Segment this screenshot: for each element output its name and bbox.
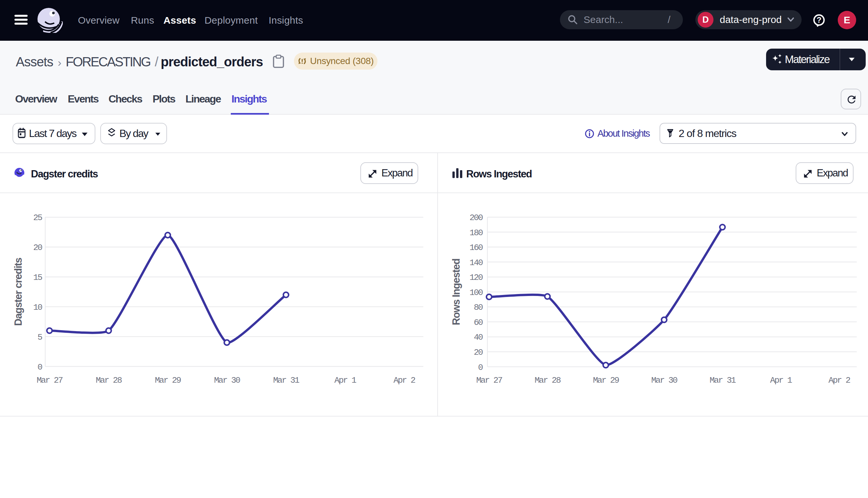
svg-text:0: 0 — [478, 363, 483, 372]
svg-text:Mar 30: Mar 30 — [651, 376, 677, 385]
svg-text:Mar 31: Mar 31 — [710, 376, 736, 385]
svg-text:15: 15 — [33, 273, 42, 283]
svg-text:160: 160 — [470, 243, 483, 253]
svg-text:100: 100 — [470, 288, 483, 298]
svg-text:Rows Ingested: Rows Ingested — [450, 259, 462, 326]
svg-text:Mar 30: Mar 30 — [214, 376, 240, 385]
svg-text:Apr 2: Apr 2 — [394, 376, 415, 385]
svg-text:20: 20 — [33, 243, 42, 253]
svg-text:40: 40 — [474, 332, 483, 342]
svg-text:Dagster credits: Dagster credits — [13, 258, 24, 326]
svg-text:Apr 1: Apr 1 — [334, 376, 356, 385]
svg-text:20: 20 — [474, 348, 483, 357]
svg-text:200: 200 — [470, 213, 483, 223]
svg-text:120: 120 — [470, 273, 483, 283]
svg-text:10: 10 — [33, 303, 42, 312]
svg-text:Mar 28: Mar 28 — [96, 376, 122, 385]
svg-text:60: 60 — [474, 318, 483, 328]
svg-text:?: ? — [817, 15, 822, 24]
svg-text:5: 5 — [38, 332, 42, 342]
svg-text:0: 0 — [38, 362, 42, 372]
svg-text:140: 140 — [470, 258, 483, 268]
svg-text:25: 25 — [33, 213, 42, 223]
svg-text:180: 180 — [470, 228, 483, 238]
svg-text:Mar 28: Mar 28 — [535, 376, 561, 385]
svg-text:Apr 2: Apr 2 — [829, 376, 850, 385]
svg-text:Mar 27: Mar 27 — [476, 376, 502, 385]
svg-text:80: 80 — [474, 303, 483, 312]
svg-text:Apr 1: Apr 1 — [770, 376, 792, 385]
svg-text:Mar 27: Mar 27 — [37, 376, 63, 385]
svg-text:Mar 29: Mar 29 — [155, 376, 181, 385]
svg-text:Mar 31: Mar 31 — [273, 376, 299, 385]
svg-text:Mar 29: Mar 29 — [593, 376, 619, 385]
